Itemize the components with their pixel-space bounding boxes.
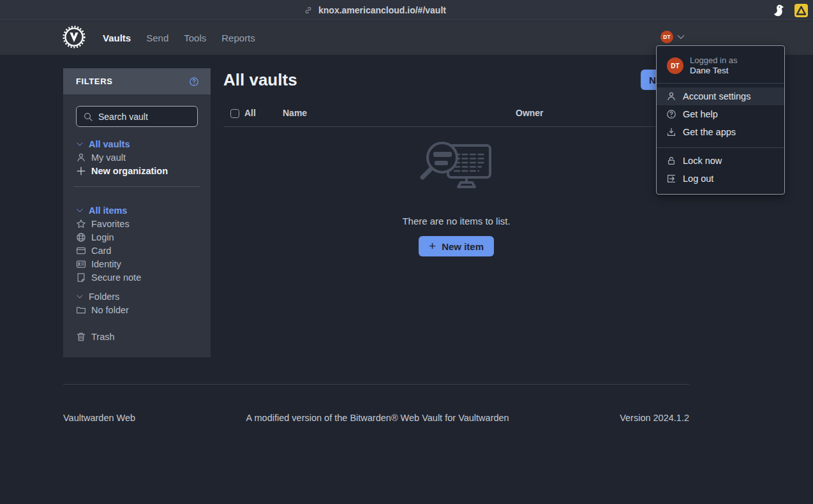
logged-in-user-name: Dane Test [690,66,737,76]
log-out-icon [666,174,676,184]
empty-message: There are no items to list. [223,216,689,226]
vault-search[interactable] [76,106,198,127]
column-header-name[interactable]: Name [283,108,307,118]
logged-in-as-label: Logged in as [690,56,737,66]
menu-item-account-settings[interactable]: Account settings [657,87,784,105]
menu-item-lock-now[interactable]: Lock now [657,152,784,170]
sidebar-item-label: All vaults [89,139,130,149]
avatar: DT [667,57,683,74]
select-all-checkbox[interactable] [230,109,239,118]
menu-item-label: Lock now [683,156,722,166]
sidebar-item-label: All items [89,205,127,216]
trash-icon [76,332,86,342]
sidebar-item-all-vaults[interactable]: All vaults [63,137,211,151]
plus-icon: + [429,240,436,252]
download-icon [666,127,676,137]
search-input[interactable] [98,112,191,122]
footer-divider [63,384,689,385]
sidebar-item-favorites[interactable]: Favorites [63,217,211,230]
sidebar-item-label: My vault [91,152,126,163]
empty-search-illustration [417,140,495,199]
sidebar-item-new-organization[interactable]: New organization [63,164,211,177]
browser-top-bar: knox.americancloud.io/#/vault [0,0,813,20]
person-icon [76,152,86,163]
duck-icon[interactable] [772,3,786,17]
americancloud-badge[interactable] [794,4,808,17]
sidebar-item-label: Favorites [91,219,130,229]
sidebar-item-trash[interactable]: Trash [63,330,211,343]
filters-title: FILTERS [76,77,112,86]
star-icon [76,219,86,229]
menu-item-label: Get help [683,109,718,119]
page-url: knox.americancloud.io/#/vault [318,5,446,15]
filters-header: FILTERS [63,68,211,94]
nav-item-vaults[interactable]: Vaults [103,33,131,43]
column-header-owner[interactable]: Owner [516,108,544,118]
vaultwarden-logo[interactable] [62,25,86,49]
filters-sidebar: FILTERS All vaults My vault New organiza… [63,68,211,357]
page-title: All vaults [223,70,297,90]
question-circle-icon [666,109,676,119]
sidebar-item-label: Card [91,246,111,256]
sidebar-item-label: Secure note [91,272,141,283]
lock-icon [666,156,676,166]
sidebar-item-card[interactable]: Card [63,244,211,257]
sidebar-item-label: Login [91,232,114,242]
sidebar-item-my-vault[interactable]: My vault [63,151,211,164]
search-icon [83,112,93,122]
globe-icon [76,232,86,242]
sidebar-item-no-folder[interactable]: No folder [63,303,211,316]
footer: Vaultwarden Web A modified version of th… [63,413,689,423]
sidebar-item-secure-note[interactable]: Secure note [63,271,211,284]
sidebar-item-identity[interactable]: Identity [63,257,211,271]
chevron-down-icon [676,33,685,41]
chevron-down-icon[interactable] [76,140,84,148]
sidebar-item-login[interactable]: Login [63,230,211,244]
new-item-label: New item [442,241,484,252]
sidebar-divider [73,186,200,187]
plus-icon [76,166,86,176]
sidebar-item-label: Identity [91,259,121,269]
folder-icon [76,305,86,315]
menu-item-label: Get the apps [683,127,736,137]
account-menu-trigger[interactable]: DT [660,31,685,43]
nav-item-reports[interactable]: Reports [221,33,255,43]
footer-version: Version 2024.1.2 [620,413,689,423]
nav-item-send[interactable]: Send [146,33,168,43]
new-item-button[interactable]: + New item [419,236,494,256]
select-all-label: All [244,108,256,118]
footer-description: A modified version of the Bitwarden® Web… [135,413,620,423]
chevron-down-icon[interactable] [76,207,84,214]
card-icon [76,246,86,256]
question-circle-icon[interactable] [189,77,199,87]
empty-state: There are no items to list. + New item [223,140,689,256]
footer-app-name: Vaultwarden Web [63,413,135,423]
link-icon [304,6,313,15]
person-icon [666,91,676,101]
avatar[interactable]: DT [660,31,673,43]
menu-item-label: Log out [683,174,713,184]
chevron-down-icon[interactable] [76,293,84,300]
note-icon [76,272,86,283]
address-bar[interactable]: knox.americancloud.io/#/vault [304,0,446,20]
nav-item-tools[interactable]: Tools [184,33,206,43]
vault-table-header: All Name Owner [223,108,689,121]
sidebar-item-folders[interactable]: Folders [63,290,211,303]
sidebar-item-label: Trash [91,332,115,342]
id-card-icon [76,259,86,269]
primary-nav: Vaults Send Tools Reports [103,21,255,55]
sidebar-item-label: New organization [91,166,168,176]
menu-item-get-help[interactable]: Get help [657,105,784,123]
menu-item-log-out[interactable]: Log out [657,170,784,188]
sidebar-item-label: No folder [91,305,129,315]
table-header-divider [223,126,689,127]
menu-item-label: Account settings [683,91,750,101]
account-dropdown-header: DT Logged in as Dane Test [657,46,784,83]
menu-item-get-the-apps[interactable]: Get the apps [657,123,784,141]
sidebar-item-all-items[interactable]: All items [63,204,211,217]
sidebar-item-label: Folders [89,292,119,302]
account-dropdown-menu: DT Logged in as Dane Test Account settin… [656,45,785,195]
